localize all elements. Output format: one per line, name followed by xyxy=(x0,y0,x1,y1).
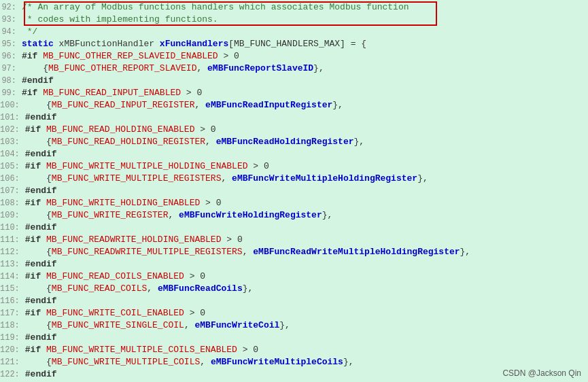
code-segment: > 0 xyxy=(247,161,269,171)
code-segment: eMBFuncWriteHoldingRegister xyxy=(179,210,322,220)
code-segment: eMBFuncWriteMultipleHoldingRegister xyxy=(232,173,417,184)
line-number: 118: xyxy=(0,319,25,332)
code-segment: #if xyxy=(22,51,37,61)
code-segment: #if xyxy=(25,345,41,355)
code-segment: { xyxy=(25,320,52,330)
code-line: 110:#endif xyxy=(0,222,588,234)
line-content: {MB_FUNC_WRITE_REGISTER, eMBFuncWriteHol… xyxy=(25,209,588,222)
code-segment: */ xyxy=(22,27,37,37)
line-number: 106: xyxy=(0,173,25,185)
code-line: 92:/* An array of Modbus functions handl… xyxy=(0,1,588,14)
code-segment: #endif xyxy=(25,296,57,306)
line-content: #if MB_FUNC_WRITE_HOLDING_ENABLED > 0 xyxy=(25,197,588,209)
code-segment: > 0 xyxy=(221,235,242,245)
code-segment: > 0 xyxy=(237,345,258,355)
code-segment: eMBFuncReportSlaveID xyxy=(207,63,313,73)
line-content: #if MB_FUNC_READ_INPUT_ENABLED > 0 xyxy=(22,87,588,99)
line-content: #if MB_FUNC_OTHER_REP_SLAVEID_ENABLED > … xyxy=(22,50,588,63)
code-line: 109: {MB_FUNC_WRITE_REGISTER, eMBFuncWri… xyxy=(0,209,588,222)
code-segment: , xyxy=(200,357,211,367)
line-content: #if MB_FUNC_READ_HOLDING_ENABLED > 0 xyxy=(25,124,588,136)
line-content: {MB_FUNC_WRITE_MULTIPLE_COILS, eMBFuncWr… xyxy=(25,356,588,368)
code-segment: MB_FUNC_WRITE_MULTIPLE_REGISTERS xyxy=(52,173,222,184)
code-segment: MB_FUNC_READ_COILS xyxy=(52,283,147,294)
code-segment: { xyxy=(22,63,48,73)
code-line: 113:#endif xyxy=(0,258,588,271)
code-segment: { xyxy=(25,137,52,147)
code-segment: , xyxy=(147,283,158,294)
code-line: 107:#endif xyxy=(0,185,588,197)
code-segment: /* An array of Modbus functions handlers… xyxy=(22,2,409,12)
line-number: 110: xyxy=(0,222,25,234)
code-segment: [MB_FUNC_HANDLERS_MAX] = { xyxy=(228,39,366,49)
line-number: 99: xyxy=(0,87,22,99)
code-segment: { xyxy=(25,100,52,110)
code-segment: > 0 xyxy=(194,124,215,135)
line-number: 111: xyxy=(0,234,25,246)
code-segment: MB_FUNC_READ_COILS_ENABLED xyxy=(46,271,184,281)
code-line: 102:#if MB_FUNC_READ_HOLDING_ENABLED > 0 xyxy=(0,124,588,136)
code-segment: eMBFuncReadInputRegister xyxy=(205,100,332,110)
code-segment: MB_FUNC_READWRITE_HOLDING_ENABLED xyxy=(46,235,221,245)
line-number: 96: xyxy=(0,50,22,63)
code-segment: MB_FUNC_WRITE_REGISTER xyxy=(52,210,169,220)
code-segment: }, xyxy=(460,247,471,257)
code-segment: MB_FUNC_OTHER_REP_SLAVEID_ENABLED xyxy=(43,51,218,61)
code-segment: , xyxy=(184,320,195,330)
line-content: #if MB_FUNC_READWRITE_HOLDING_ENABLED > … xyxy=(25,234,588,246)
code-line: 95:static xMBFunctionHandler xFuncHandle… xyxy=(0,38,588,50)
line-content: #if MB_FUNC_WRITE_COIL_ENABLED > 0 xyxy=(25,307,588,319)
code-segment: }, xyxy=(332,100,343,110)
line-number: 108: xyxy=(0,197,25,209)
code-line: 111:#if MB_FUNC_READWRITE_HOLDING_ENABLE… xyxy=(0,234,588,246)
code-segment: , xyxy=(221,173,232,184)
code-editor: 92:/* An array of Modbus functions handl… xyxy=(0,0,588,382)
code-segment: #if xyxy=(25,124,41,135)
code-segment: MB_FUNC_READ_INPUT_REGISTER xyxy=(52,100,195,110)
line-content: #endif xyxy=(25,258,588,271)
code-segment: > 0 xyxy=(200,198,221,208)
code-segment: #endif xyxy=(25,112,57,122)
line-number: 97: xyxy=(0,63,22,75)
line-number: 100: xyxy=(0,99,25,111)
code-segment: MB_FUNC_WRITE_COIL_ENABLED xyxy=(46,308,184,318)
line-content: {MB_FUNC_WRITE_SINGLE_COIL, eMBFuncWrite… xyxy=(25,319,588,332)
code-segment: #endif xyxy=(25,259,57,269)
code-lines: 92:/* An array of Modbus functions handl… xyxy=(0,1,588,382)
code-segment: MB_FUNC_WRITE_MULTIPLE_COILS_ENABLED xyxy=(46,345,237,355)
code-segment: > 0 xyxy=(218,51,239,61)
code-segment xyxy=(41,271,46,281)
code-segment: #if xyxy=(25,308,41,318)
line-number: 121: xyxy=(0,356,25,368)
code-segment: MB_FUNC_READ_HOLDING_ENABLED xyxy=(46,124,194,135)
line-number: 119: xyxy=(0,332,25,344)
line-content: #endif xyxy=(25,332,588,344)
line-content: */ xyxy=(22,26,588,38)
code-segment: }, xyxy=(279,320,290,330)
line-number: 113: xyxy=(0,258,25,271)
code-segment: #endif xyxy=(22,75,54,86)
line-number: 102: xyxy=(0,124,25,136)
code-line: 114:#if MB_FUNC_READ_COILS_ENABLED > 0 xyxy=(0,271,588,283)
code-segment: eMBFuncReadHoldingRegister xyxy=(216,137,354,147)
line-number: 116: xyxy=(0,295,25,307)
code-segment: }, xyxy=(243,283,254,294)
code-segment: static xyxy=(22,39,54,49)
code-segment: MB_FUNC_OTHER_REPORT_SLAVEID xyxy=(48,63,196,73)
line-number: 115: xyxy=(0,283,25,295)
code-line: 96:#if MB_FUNC_OTHER_REP_SLAVEID_ENABLED… xyxy=(0,50,588,63)
line-number: 112: xyxy=(0,246,25,258)
line-number: 105: xyxy=(0,160,25,173)
line-content: #endif xyxy=(25,295,588,307)
line-number: 104: xyxy=(0,148,25,160)
code-segment: { xyxy=(25,210,52,220)
code-segment: }, xyxy=(343,357,354,367)
code-segment: #if xyxy=(22,88,37,98)
code-segment: MB_FUNC_WRITE_SINGLE_COIL xyxy=(52,320,184,330)
line-number: 122: xyxy=(0,368,25,381)
line-content: * codes with implementing functions. xyxy=(22,14,588,26)
code-line: 98:#endif xyxy=(0,75,588,87)
code-segment: , xyxy=(168,210,179,220)
code-line: 97: {MB_FUNC_OTHER_REPORT_SLAVEID, eMBFu… xyxy=(0,63,588,75)
code-segment: }, xyxy=(313,63,324,73)
